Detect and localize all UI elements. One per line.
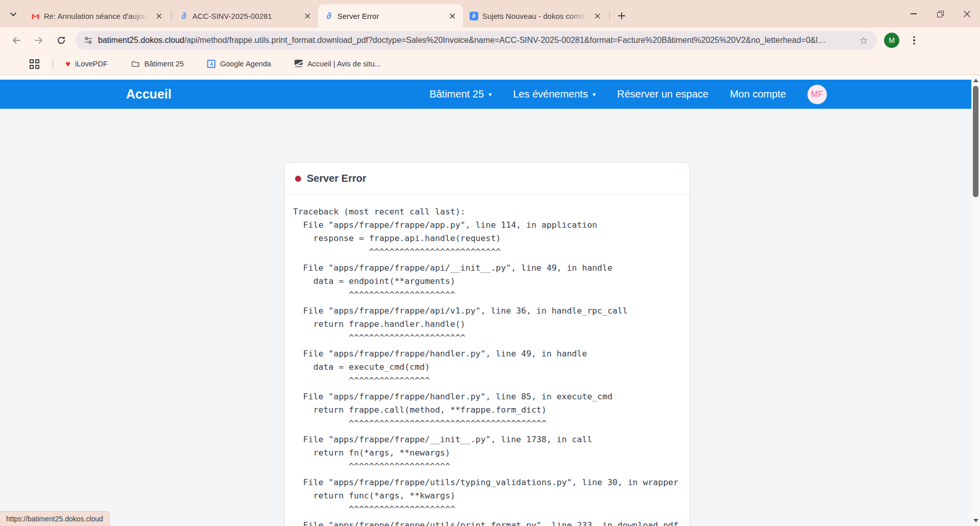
tab-title: Server Error: [337, 12, 443, 20]
tab-title: Sujets Nouveau - dokos commu: [482, 12, 587, 20]
bookmarks-bar: ♥ iLovePDF Bâtiment 25 4 Google Agenda I…: [0, 53, 980, 75]
tab-close-icon[interactable]: [302, 10, 313, 21]
folder-icon: [131, 60, 140, 68]
scroll-down-icon[interactable]: [973, 519, 978, 522]
forward-button[interactable]: [31, 32, 47, 49]
tab-close-icon[interactable]: [153, 10, 164, 21]
close-button[interactable]: [953, 0, 980, 28]
bookmark-label: Google Agenda: [220, 60, 271, 68]
bookmark-ilovepdf[interactable]: ♥ iLovePDF: [65, 60, 108, 68]
scrollbar-thumb[interactable]: [973, 86, 978, 197]
restore-icon: [937, 11, 944, 17]
server-error-card: Server Error Traceback (most recent call…: [284, 162, 690, 526]
calendar-icon: 4: [207, 60, 215, 68]
tab-divider: [609, 10, 610, 21]
bookmark-label: Accueil | Avis de situ...: [307, 60, 381, 68]
dokos-community-icon: ∂: [469, 11, 478, 20]
tab-close-icon[interactable]: [592, 10, 603, 21]
back-button[interactable]: [8, 32, 24, 49]
apps-grid-icon[interactable]: [30, 59, 39, 69]
back-icon: [11, 35, 21, 45]
new-tab-button[interactable]: [615, 9, 629, 23]
navbar-items: Bâtiment 25 ▾ Les événements ▾ Réserver …: [429, 80, 827, 109]
traceback: Traceback (most recent call last): File …: [285, 195, 690, 526]
status-bubble: https://batiment25.dokos.cloud: [0, 511, 110, 526]
tab-divider: [171, 10, 172, 21]
status-url: https://batiment25.dokos.cloud: [6, 515, 103, 523]
nav-item-reserver-un-espace[interactable]: Réserver un espace: [617, 88, 708, 100]
chevron-down-icon: ▾: [593, 91, 596, 98]
bookmark-label: Bâtiment 25: [144, 60, 184, 68]
browser-toolbar: batiment25.dokos.cloud/api/method/frappe…: [0, 28, 980, 53]
nav-item-les-evenements[interactable]: Les événements ▾: [513, 88, 596, 100]
site-navbar: Accueil Bâtiment 25 ▾ Les événements ▾ R…: [0, 80, 980, 109]
traceback-frame: File "apps/frappe/frappe/utils/typing_va…: [293, 476, 681, 516]
close-icon: [964, 11, 970, 17]
tab-search-button[interactable]: [6, 7, 20, 21]
tab-gmail[interactable]: Re: Annulation séance d'aujour: [24, 4, 169, 28]
error-indicator-icon: [295, 176, 301, 182]
page-top-gap: [0, 75, 980, 80]
browser-window: Re: Annulation séance d'aujour ∂ ACC-SIN…: [0, 0, 980, 526]
window-controls: [900, 0, 980, 28]
user-avatar[interactable]: MF: [807, 85, 827, 104]
restore-button[interactable]: [927, 0, 953, 28]
error-title: Server Error: [307, 173, 366, 184]
page-scrollbar[interactable]: [971, 75, 980, 526]
traceback-header: Traceback (most recent call last):: [293, 205, 681, 219]
tab-title: Re: Annulation séance d'aujour: [44, 12, 149, 20]
url-text: batiment25.dokos.cloud/api/method/frappe…: [98, 36, 856, 45]
address-bar[interactable]: batiment25.dokos.cloud/api/method/frappe…: [76, 31, 877, 50]
bookmark-star-icon[interactable]: ☆: [856, 33, 871, 47]
traceback-frame: File "apps/frappe/frappe/handler.py", li…: [293, 347, 681, 387]
minimize-button[interactable]: [900, 0, 927, 28]
page-content: Server Error Traceback (most recent call…: [0, 109, 980, 526]
tab-server-error-active[interactable]: ∂ Server Error: [318, 4, 463, 28]
bookmark-insee[interactable]: Insee Accueil | Avis de situ...: [295, 60, 381, 68]
traceback-frame: File "apps/frappe/frappe/__init__.py", l…: [293, 433, 681, 473]
insee-icon: Insee: [295, 60, 303, 68]
browser-profile-avatar[interactable]: M: [884, 33, 899, 48]
dokos-icon: ∂: [324, 11, 333, 20]
gmail-icon: [31, 11, 40, 20]
url-path: /api/method/frappe.utils.print_format.do…: [184, 36, 826, 44]
tabs: Re: Annulation séance d'aujour ∂ ACC-SIN…: [24, 4, 629, 28]
tab-title: ACC-SINV-2025-00281: [192, 12, 298, 20]
scroll-up-icon[interactable]: [973, 79, 978, 82]
nav-item-mon-compte[interactable]: Mon compte: [730, 88, 786, 100]
heart-icon: ♥: [65, 60, 70, 68]
browser-menu-button[interactable]: [906, 32, 922, 49]
tab-close-icon[interactable]: [447, 10, 458, 21]
chevron-down-icon: ▾: [488, 91, 492, 98]
navbar-brand[interactable]: Accueil: [126, 80, 172, 109]
nav-item-batiment-25[interactable]: Bâtiment 25 ▾: [429, 88, 492, 100]
traceback-frame: File "apps/frappe/frappe/api/__init__.py…: [293, 261, 681, 301]
url-domain: batiment25.dokos.cloud: [98, 36, 184, 44]
chevron-down-icon: [9, 10, 17, 18]
tab-forum[interactable]: ∂ Sujets Nouveau - dokos commu: [463, 4, 608, 28]
forward-icon: [34, 35, 44, 45]
error-card-header: Server Error: [285, 163, 690, 195]
traceback-frame: File "apps/frappe/frappe/app.py", line 1…: [293, 219, 681, 258]
traceback-frame: File "apps/frappe/frappe/utils/print_for…: [293, 519, 681, 526]
bookmark-folder-batiment25[interactable]: Bâtiment 25: [131, 60, 184, 68]
traceback-frame: File "apps/frappe/frappe/handler.py", li…: [293, 390, 681, 430]
plus-icon: [618, 12, 625, 19]
traceback-frame: File "apps/frappe/frappe/api/v1.py", lin…: [293, 304, 681, 344]
reload-button[interactable]: [53, 32, 69, 49]
dokos-icon: ∂: [179, 11, 188, 20]
reload-icon: [56, 35, 66, 45]
bookmarks-divider: [53, 59, 53, 69]
tab-invoice[interactable]: ∂ ACC-SINV-2025-00281: [173, 4, 318, 28]
minimize-icon: [911, 13, 917, 14]
bookmark-google-agenda[interactable]: 4 Google Agenda: [207, 60, 271, 68]
bookmark-label: iLovePDF: [75, 60, 108, 68]
tab-strip: Re: Annulation séance d'aujour ∂ ACC-SIN…: [0, 0, 980, 28]
site-info-icon[interactable]: [82, 34, 95, 47]
